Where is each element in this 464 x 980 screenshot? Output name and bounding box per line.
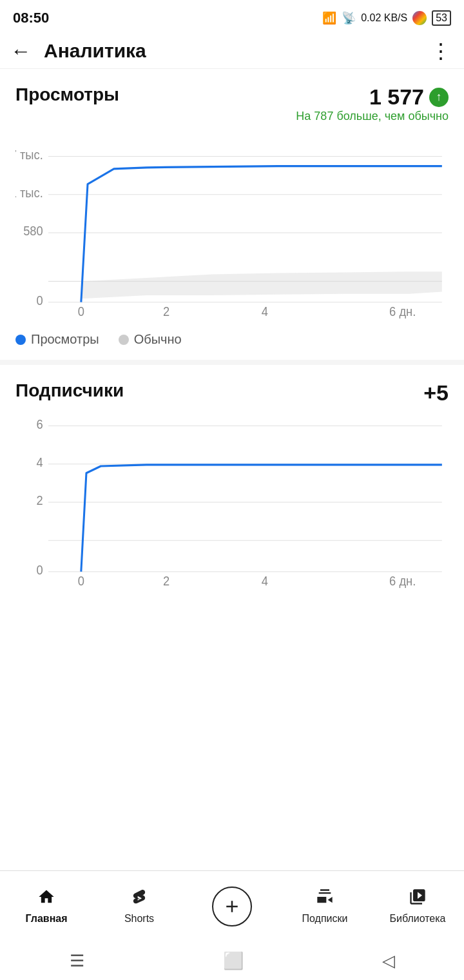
- nav-item-home[interactable]: Главная: [0, 888, 93, 925]
- svg-text:1,7 тыс.: 1,7 тыс.: [15, 148, 43, 162]
- svg-text:0: 0: [78, 574, 84, 589]
- subscriptions-icon: [316, 888, 334, 910]
- views-chart-svg: 1,7 тыс. 1,1 тыс. 580 0 0 2 4 6 дн.: [15, 142, 449, 323]
- views-header: Просмотры 1 577 ↑ На 787 больше, чем обы…: [15, 84, 449, 136]
- svg-text:4: 4: [262, 305, 268, 319]
- svg-marker-9: [81, 271, 442, 299]
- add-button[interactable]: [212, 887, 252, 926]
- svg-text:4: 4: [37, 456, 43, 470]
- subscribers-chart: 6 4 2 0 0 2 4 6 дн.: [15, 412, 449, 593]
- legend-normal: Обычно: [119, 332, 182, 347]
- bottom-nav: Главная Shorts Подписки Библиотека: [0, 870, 464, 941]
- subscribers-value: +5: [423, 380, 449, 406]
- views-value: 1 577 ↑: [369, 84, 449, 110]
- subscribers-chart-svg: 6 4 2 0 0 2 4 6 дн.: [15, 412, 449, 593]
- svg-text:0: 0: [78, 305, 84, 319]
- chrome-icon: [412, 11, 427, 25]
- views-subtitle: На 787 больше, чем обычно: [296, 110, 449, 123]
- legend-views-dot: [15, 335, 26, 345]
- battery-icon: 53: [432, 10, 451, 26]
- legend-views-label: Просмотры: [31, 332, 99, 347]
- nav-library-label: Библиотека: [390, 913, 446, 925]
- status-time: 08:50: [13, 10, 49, 26]
- svg-text:1,1 тыс.: 1,1 тыс.: [15, 186, 43, 201]
- top-nav: ← Аналитика ⋮: [0, 34, 464, 69]
- shorts-icon: [130, 888, 148, 910]
- svg-text:6 дн.: 6 дн.: [389, 574, 416, 589]
- svg-text:6: 6: [37, 417, 43, 431]
- library-icon: [409, 888, 427, 910]
- subscribers-title: Подписчики: [15, 380, 124, 401]
- status-right: 📶 📡 0.02 KB/S 53: [322, 10, 451, 26]
- signal-icon: 📶: [322, 11, 336, 25]
- speed-label: 0.02 KB/S: [361, 12, 407, 24]
- svg-text:6 дн.: 6 дн.: [389, 305, 416, 319]
- page-title: Аналитика: [44, 40, 146, 62]
- legend-normal-dot: [119, 335, 129, 345]
- svg-text:2: 2: [163, 305, 169, 319]
- nav-shorts-label: Shorts: [124, 913, 154, 925]
- nav-item-subscriptions[interactable]: Подписки: [278, 888, 371, 925]
- subscribers-section: Подписчики +5 6 4 2 0 0 2: [0, 365, 464, 593]
- views-legend: Просмотры Обычно: [15, 332, 449, 347]
- svg-text:0: 0: [37, 294, 43, 308]
- wifi-icon: 📡: [342, 11, 356, 25]
- home-icon: [37, 888, 55, 910]
- legend-views: Просмотры: [15, 332, 99, 347]
- views-section: Просмотры 1 577 ↑ На 787 больше, чем обы…: [0, 69, 464, 365]
- sys-menu-btn[interactable]: ☰: [70, 951, 84, 971]
- svg-text:2: 2: [163, 574, 169, 589]
- up-arrow-badge: ↑: [429, 88, 449, 107]
- nav-left: ← Аналитика: [10, 39, 146, 63]
- subscribers-header: Подписчики +5: [15, 380, 449, 406]
- nav-item-library[interactable]: Библиотека: [371, 888, 464, 925]
- nav-home-label: Главная: [25, 913, 67, 925]
- main-content: Просмотры 1 577 ↑ На 787 больше, чем обы…: [0, 69, 464, 870]
- svg-text:4: 4: [262, 574, 268, 589]
- nav-item-add[interactable]: [186, 887, 278, 926]
- back-button[interactable]: ←: [10, 39, 31, 63]
- svg-text:2: 2: [37, 494, 43, 508]
- status-bar: 08:50 📶 📡 0.02 KB/S 53: [0, 0, 464, 34]
- nav-subs-label: Подписки: [302, 913, 348, 925]
- legend-normal-label: Обычно: [134, 332, 182, 347]
- nav-item-shorts[interactable]: Shorts: [93, 888, 186, 925]
- svg-text:580: 580: [23, 224, 43, 239]
- svg-text:0: 0: [37, 564, 43, 578]
- more-button[interactable]: ⋮: [430, 39, 451, 63]
- views-chart: 1,7 тыс. 1,1 тыс. 580 0 0 2 4 6 дн.: [15, 142, 449, 323]
- views-title: Просмотры: [15, 84, 119, 105]
- sys-back-btn[interactable]: ◁: [382, 951, 395, 971]
- system-nav: ☰ ⬜ ◁: [0, 941, 464, 980]
- sys-home-btn[interactable]: ⬜: [223, 951, 244, 971]
